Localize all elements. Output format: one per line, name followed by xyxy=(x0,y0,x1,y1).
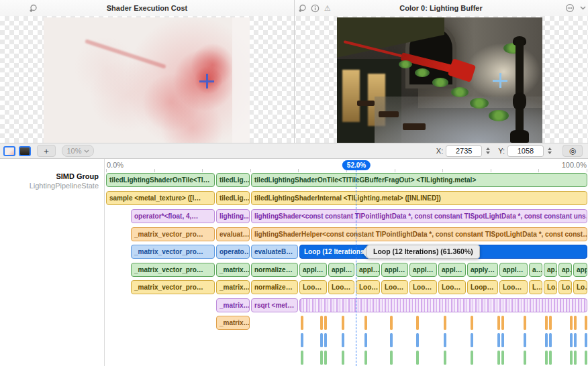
flame-segment[interactable]: Lo… xyxy=(573,280,587,294)
flame-segment[interactable]: Loo… xyxy=(299,280,327,294)
flame-micro-segment[interactable] xyxy=(444,316,446,330)
flame-micro-segment[interactable] xyxy=(574,351,577,365)
flame-segment[interactable]: _matrix… xyxy=(216,298,250,312)
flame-segment[interactable]: operator*<float, 4,… xyxy=(131,209,215,223)
flame-micro-segment[interactable] xyxy=(585,351,587,365)
flame-segment[interactable]: tiledLightingShaderOnTile<TI… xyxy=(106,173,215,187)
pixel-crosshair[interactable] xyxy=(493,73,507,88)
flame-segment[interactable]: Lo… xyxy=(558,280,572,294)
flame-segment[interactable]: a… xyxy=(529,263,542,277)
flame-segment[interactable]: Loo… xyxy=(499,280,528,294)
add-attachment-button[interactable]: + xyxy=(37,145,56,157)
flame-segment[interactable]: Loop… xyxy=(467,280,498,294)
flame-micro-segment[interactable] xyxy=(390,316,393,330)
flame-segment[interactable]: lightingShaderHelper<const constant TIPo… xyxy=(251,227,587,241)
flame-segment[interactable]: app… xyxy=(573,263,587,277)
flame-micro-segment[interactable] xyxy=(364,351,367,365)
flame-micro-segment[interactable] xyxy=(524,333,526,347)
flame-micro-segment[interactable] xyxy=(390,333,393,347)
flame-micro-segment[interactable] xyxy=(320,316,323,330)
flame-segment[interactable]: evaluat… xyxy=(216,227,250,241)
flame-micro-segment[interactable] xyxy=(545,333,548,347)
flame-segment[interactable]: _matrix… xyxy=(216,263,250,277)
flame-segment[interactable]: _matrix_vector_pro… xyxy=(131,227,215,241)
flame-micro-segment[interactable] xyxy=(301,316,303,330)
flame-micro-segment[interactable] xyxy=(549,316,552,330)
flame-segment[interactable]: appl… xyxy=(409,263,437,277)
flame-micro-segment[interactable] xyxy=(471,351,473,365)
flame-segment[interactable]: Loo… xyxy=(438,280,466,294)
flame-segment[interactable]: _matrix_vector_pro… xyxy=(131,280,215,294)
flame-segment[interactable]: tiledLightingShaderOnTile<TITileGBufferF… xyxy=(251,173,587,187)
flame-micro-segment[interactable] xyxy=(324,333,327,347)
flame-micro-segment[interactable] xyxy=(549,351,552,365)
flame-segment[interactable]: lightingShader<const constant TIPointlig… xyxy=(251,209,587,223)
flame-micro-segment[interactable] xyxy=(416,316,419,330)
flame-segment[interactable]: appl… xyxy=(328,263,354,277)
flame-segment[interactable]: appl… xyxy=(381,263,408,277)
flame-segment[interactable]: ap… xyxy=(544,263,557,277)
flame-segment[interactable]: evaluateB… xyxy=(251,245,298,259)
flame-micro-segment[interactable] xyxy=(364,316,367,330)
flame-micro-segment[interactable] xyxy=(416,333,419,347)
flame-micro-segment[interactable] xyxy=(301,333,303,347)
flame-micro-segment[interactable] xyxy=(301,351,303,365)
flame-micro-segment[interactable] xyxy=(497,333,500,347)
pixel-target-button[interactable]: ◎ xyxy=(562,145,583,157)
flame-segment[interactable]: _matrix_vector_pro… xyxy=(131,263,215,277)
x-coordinate-field[interactable]: 2735 xyxy=(446,145,482,157)
x-coordinate-stepper[interactable] xyxy=(484,145,491,156)
flame-segment[interactable]: appl… xyxy=(499,263,528,277)
flame-segment[interactable]: apply… xyxy=(467,263,498,277)
chevron-down-icon[interactable] xyxy=(578,3,587,13)
flame-micro-segment[interactable] xyxy=(390,351,393,365)
flame-segment[interactable]: tiledLig… xyxy=(216,173,250,187)
flame-micro-segment[interactable] xyxy=(585,333,587,347)
flame-segment[interactable]: appl… xyxy=(299,263,327,277)
flame-micro-segment[interactable] xyxy=(324,316,327,330)
zoom-level-dropdown[interactable]: 10% xyxy=(62,145,94,157)
flame-segment[interactable]: appl… xyxy=(438,263,466,277)
flame-micro-segment[interactable] xyxy=(585,316,587,330)
attachment-thumb-execution-cost[interactable] xyxy=(3,146,15,156)
flame-micro-segment[interactable] xyxy=(570,333,573,347)
flame-micro-segment[interactable] xyxy=(324,351,327,365)
flame-segment[interactable]: Loo… xyxy=(409,280,437,294)
flame-micro-segment[interactable] xyxy=(342,333,344,347)
ellipsis-circle-icon[interactable] xyxy=(565,3,575,13)
flame-segment[interactable]: lighting… xyxy=(216,209,250,223)
flame-micro-segment[interactable] xyxy=(501,316,504,330)
playhead-percentage-badge[interactable]: 52.0% xyxy=(342,160,371,170)
flame-segment[interactable]: rsqrt <met… xyxy=(251,298,298,312)
flame-segment[interactable]: _matrix… xyxy=(216,316,250,330)
flame-segment[interactable]: L… xyxy=(529,280,542,294)
attachment-thumb-color0[interactable] xyxy=(19,146,31,156)
flame-micro-segment[interactable] xyxy=(570,316,573,330)
y-coordinate-field[interactable]: 1058 xyxy=(507,145,544,157)
flame-micro-segment[interactable] xyxy=(501,351,504,365)
flame-micro-segment[interactable] xyxy=(549,333,552,347)
timeline-ruler[interactable]: 0.0% 100.0% 52.0% xyxy=(105,159,588,172)
flame-micro-segment[interactable] xyxy=(471,333,473,347)
flame-micro-segment[interactable] xyxy=(320,351,323,365)
flame-segment[interactable]: operato… xyxy=(216,245,250,259)
flame-segment[interactable]: Loo… xyxy=(356,280,380,294)
flame-micro-segment[interactable] xyxy=(501,333,504,347)
flame-micro-segment[interactable] xyxy=(364,333,367,347)
flame-micro-segment-band[interactable] xyxy=(299,298,587,312)
flame-micro-segment[interactable] xyxy=(444,351,446,365)
flame-segment[interactable]: Lo… xyxy=(544,280,557,294)
pixel-crosshair[interactable] xyxy=(199,74,214,88)
flame-segment[interactable]: _matrix… xyxy=(216,280,250,294)
flame-micro-segment[interactable] xyxy=(416,351,419,365)
flame-segment[interactable]: Loo… xyxy=(381,280,408,294)
flame-micro-segment[interactable] xyxy=(444,333,446,347)
flame-micro-segment[interactable] xyxy=(545,351,548,365)
y-coordinate-stepper[interactable] xyxy=(546,145,553,156)
flame-segment[interactable]: sample <metal_texture> ([I… xyxy=(106,191,215,205)
flame-micro-segment[interactable] xyxy=(524,316,526,330)
flame-micro-segment[interactable] xyxy=(320,333,323,347)
flame-segment[interactable]: tiledLightingShaderInternal <TILighting.… xyxy=(251,191,587,205)
flame-segment[interactable]: Loo… xyxy=(328,280,354,294)
flame-micro-segment[interactable] xyxy=(545,316,548,330)
